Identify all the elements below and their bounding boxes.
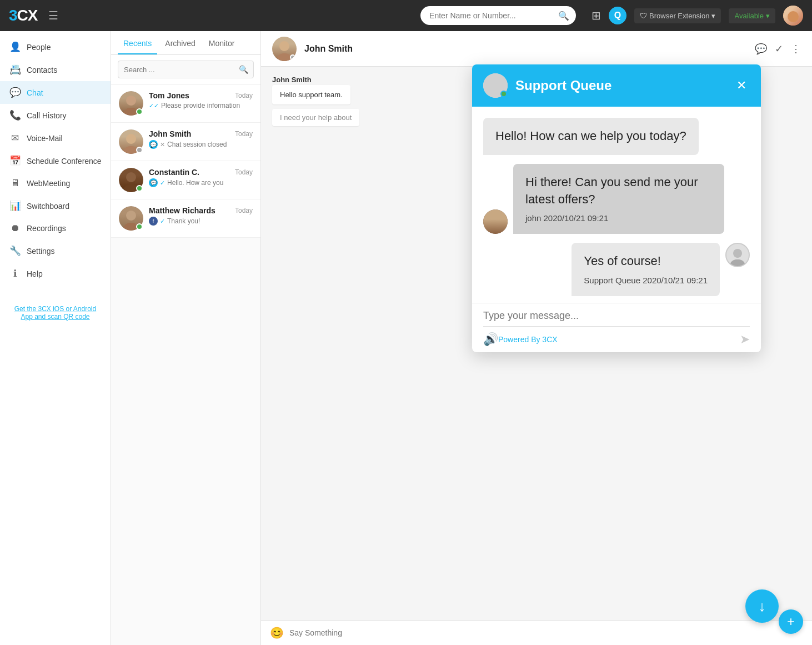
- support-queue-footer: 🔊 Powered By 3CX ➤: [483, 332, 750, 347]
- support-queue-input[interactable]: [483, 310, 750, 327]
- chat-item-name: Tom Jones: [149, 91, 189, 100]
- list-item[interactable]: Tom Jones Today ✓✓ Please provide inform…: [111, 84, 260, 123]
- chat-item-info: Tom Jones Today ✓✓ Please provide inform…: [149, 91, 253, 109]
- chat-source-badge: 💬: [149, 140, 158, 149]
- dropdown-arrow-icon: ▾: [711, 12, 715, 20]
- support-queue-avatar: [483, 73, 508, 98]
- schedule-icon: 📅: [9, 155, 21, 167]
- sidebar-footer-link[interactable]: Get the 3CX iOS or Android App and scan …: [0, 296, 111, 329]
- tab-monitor[interactable]: Monitor: [203, 31, 240, 54]
- sidebar-item-voicemail[interactable]: ✉ Voice-Mail: [0, 127, 111, 149]
- chat-item-time: Today: [235, 168, 253, 176]
- scroll-down-button[interactable]: ↓: [745, 589, 779, 623]
- sidebar-item-label: People: [27, 43, 51, 52]
- chat-list-tabs: Recents Archived Monitor: [111, 31, 260, 55]
- search-icon: 🔍: [239, 65, 248, 74]
- shield-icon: 🛡: [640, 12, 647, 20]
- search-icon: 🔍: [558, 11, 569, 21]
- user-avatar[interactable]: [783, 6, 803, 26]
- search-input[interactable]: [420, 6, 576, 25]
- sidebar-item-schedule[interactable]: 📅 Schedule Conference: [0, 149, 111, 172]
- tab-recents[interactable]: Recents: [118, 31, 157, 54]
- status-online-indicator: [136, 185, 143, 192]
- status-online-indicator: [136, 223, 143, 230]
- chat-items: Tom Jones Today ✓✓ Please provide inform…: [111, 84, 260, 645]
- sidebar-item-people[interactable]: 👤 People: [0, 36, 111, 58]
- switchboard-icon: 📊: [9, 200, 21, 212]
- chat-input[interactable]: [289, 628, 803, 637]
- chat-action-comment-button[interactable]: 💬: [755, 43, 767, 55]
- chat-input-area: 😊: [261, 620, 812, 645]
- dropdown-arrow-icon: ▾: [766, 12, 770, 20]
- powered-by-label: Powered By 3CX: [498, 335, 558, 344]
- sidebar-item-label: Contacts: [27, 66, 57, 74]
- grid-icon[interactable]: ⊞: [592, 9, 601, 22]
- facebook-source-badge: f: [149, 217, 158, 226]
- available-status-button[interactable]: Available ▾: [729, 8, 775, 23]
- sidebar-item-label: Recordings: [27, 224, 66, 233]
- message-meta: john 2020/10/21 09:21: [525, 212, 712, 224]
- support-queue-input-area: 🔊 Powered By 3CX ➤: [472, 303, 761, 352]
- chat-header-avatar: [272, 37, 297, 61]
- list-item[interactable]: Matthew Richards Today f ✓ Thank you!: [111, 199, 260, 238]
- send-message-button[interactable]: ➤: [740, 332, 750, 347]
- sidebar-item-label: Settings: [27, 247, 55, 256]
- chat-item-preview: 💬 ✕ Chat session closed: [149, 140, 253, 149]
- chat-item-info: John Smith Today 💬 ✕ Chat session closed: [149, 129, 253, 149]
- user-message: Hi there! Can you send me your latest of…: [513, 164, 724, 234]
- top-nav: 3CX ☰ 🔍 ⊞ Q 🛡 Browser Extension ▾ Availa…: [0, 0, 812, 31]
- message-bubble: Hello support team.: [272, 85, 350, 104]
- user-message-avatar: [483, 209, 508, 234]
- agent-message-wrap: Yes of course! Support Queue 2020/10/21 …: [572, 243, 750, 296]
- chat-item-info: Constantin C. Today 💬 ✓ Hello. How are y…: [149, 168, 253, 187]
- sidebar-item-webmeeting[interactable]: 🖥 WebMeeting: [0, 172, 111, 194]
- support-queue-close-button[interactable]: ✕: [733, 78, 750, 93]
- hamburger-button[interactable]: ☰: [48, 9, 58, 22]
- avatar-wrap: [119, 91, 143, 116]
- chat-item-time: Today: [235, 92, 253, 99]
- sidebar-item-contacts[interactable]: 📇 Contacts: [0, 58, 111, 81]
- chat-item-preview: f ✓ Thank you!: [149, 217, 253, 226]
- avatar-wrap: [119, 206, 143, 231]
- support-queue-popup: Support Queue ✕ Hello! How can we help y…: [472, 64, 761, 352]
- sidebar-item-label: Chat: [27, 88, 43, 97]
- chat-action-more-button[interactable]: ⋮: [791, 43, 801, 55]
- contacts-icon: 📇: [9, 64, 21, 76]
- recordings-icon: ⏺: [9, 223, 21, 234]
- message-meta: Support Queue 2020/10/21 09:21: [584, 274, 708, 286]
- chat-list-panel: Recents Archived Monitor 🔍: [111, 31, 261, 645]
- chat-action-check-button[interactable]: ✓: [775, 43, 783, 55]
- chat-item-header: Matthew Richards Today: [149, 206, 253, 215]
- sidebar-item-chat[interactable]: 💬 Chat: [0, 81, 111, 104]
- sidebar-item-recordings[interactable]: ⏺ Recordings: [0, 217, 111, 239]
- q-button[interactable]: Q: [609, 7, 626, 24]
- agent-avatar: [725, 243, 750, 267]
- sidebar-item-settings[interactable]: 🔧 Settings: [0, 239, 111, 262]
- avatar-image: [483, 209, 508, 234]
- emoji-button[interactable]: 😊: [270, 626, 284, 639]
- new-chat-button[interactable]: +: [779, 609, 803, 634]
- main-layout: 👤 People 📇 Contacts 💬 Chat 📞 Call Histor…: [0, 31, 812, 645]
- sound-button[interactable]: 🔊: [483, 332, 498, 347]
- sidebar-item-call-history[interactable]: 📞 Call History: [0, 104, 111, 127]
- list-item[interactable]: Constantin C. Today 💬 ✓ Hello. How are y…: [111, 161, 260, 199]
- checkmark-icon: ✓: [160, 218, 165, 225]
- sidebar-item-help[interactable]: ℹ Help: [0, 262, 111, 285]
- tab-archived[interactable]: Archived: [159, 31, 201, 54]
- agent-message: Yes of course! Support Queue 2020/10/21 …: [572, 243, 720, 296]
- chat-item-time: Today: [235, 207, 253, 214]
- voicemail-icon: ✉: [9, 132, 21, 144]
- people-icon: 👤: [9, 41, 21, 53]
- close-icon: ✕: [160, 141, 165, 148]
- help-icon: ℹ: [9, 268, 21, 279]
- sidebar-item-label: Schedule Conference: [27, 157, 102, 166]
- chat-item-preview: 💬 ✓ Hello. How are you: [149, 178, 253, 187]
- user-message-wrap: Hi there! Can you send me your latest of…: [483, 164, 724, 234]
- support-queue-messages: Hello! How can we help you today? Hi the…: [472, 107, 761, 303]
- sidebar-item-switchboard[interactable]: 📊 Switchboard: [0, 194, 111, 217]
- app-logo: 3CX: [9, 7, 37, 24]
- system-message: Hello! How can we help you today?: [483, 118, 699, 155]
- browser-extension-button[interactable]: 🛡 Browser Extension ▾: [634, 8, 721, 23]
- chat-search-input[interactable]: [118, 61, 254, 78]
- list-item[interactable]: John Smith Today 💬 ✕ Chat session closed: [111, 123, 260, 161]
